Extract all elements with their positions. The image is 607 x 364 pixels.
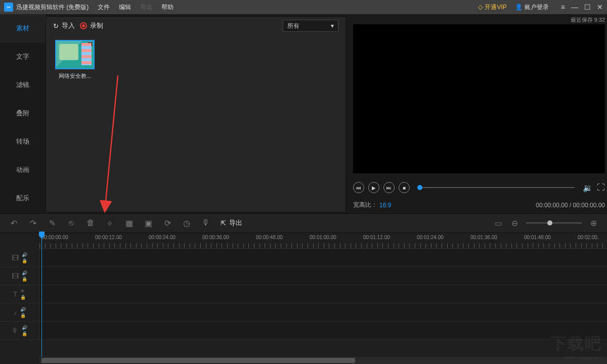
ruler-mark: 00:01:00.00 (310, 235, 336, 240)
toolbar: ↶ ↷ ✎ ⎋ 🗑 ⟐ ▦ ▣ ⟳ ◷ 🎙 ⇱ 导出 ▭ ⊖ ⊕ (0, 213, 607, 233)
sidebar-tab-material[interactable]: 素材 (0, 14, 46, 42)
audio-track[interactable]: ♪🔊🔒 (0, 303, 607, 322)
prev-frame-button[interactable]: ⏮ (353, 182, 364, 193)
annotation-arrow (67, 70, 128, 217)
aspect-value[interactable]: 16:9 (379, 202, 391, 209)
seek-slider[interactable] (418, 187, 575, 188)
freeze-icon[interactable]: ▣ (144, 218, 153, 228)
save-status: 最近保存 9:32 (353, 16, 605, 24)
crop-icon[interactable]: ⟐ (105, 218, 114, 228)
stop-button[interactable]: ■ (399, 182, 410, 193)
sidebar-tab-filter[interactable]: 滤镜 (0, 71, 46, 99)
export-button[interactable]: ⇱ 导出 (221, 218, 242, 228)
chevron-down-icon: ▾ (331, 22, 334, 29)
menu-help[interactable]: 帮助 (161, 3, 174, 12)
ruler-mark: 00:01:12.00 (363, 235, 390, 240)
vip-button[interactable]: ◇ 开通VIP (478, 3, 506, 12)
aspect-label: 宽高比： (353, 201, 377, 209)
close-button[interactable]: ✕ (597, 3, 603, 11)
fullscreen-icon[interactable]: ⛶ (597, 183, 605, 192)
text-icon: T (13, 290, 18, 298)
mosaic-icon[interactable]: ▦ (124, 218, 134, 228)
undo-button[interactable]: ↶ (9, 218, 18, 228)
login-button[interactable]: 👤 账户登录 (515, 3, 549, 12)
media-panel: ↻ 导入 录制 所有 ▾ 网络安全教... (46, 16, 346, 212)
app-title: 迅捷视频剪辑软件 (免费版) (16, 3, 89, 12)
speed-icon[interactable]: ⟳ (163, 218, 172, 228)
duration-icon[interactable]: ◷ (182, 218, 191, 228)
ruler-mark: 00:00:24.00 (149, 235, 176, 240)
split-icon[interactable]: ⎋ (67, 218, 76, 228)
ruler-mark: 00:00:12.00 (95, 235, 122, 240)
redo-button[interactable]: ↷ (28, 218, 37, 228)
time-display: 00:00:00.00 / 00:00:00.00 (536, 202, 605, 209)
playhead-line (41, 234, 42, 357)
clip-name: 网络安全教... (55, 72, 95, 80)
menu-export: 导出 (140, 3, 152, 12)
ruler-mark: 00:01:36.00 (470, 235, 497, 240)
edit-icon[interactable]: ✎ (48, 218, 57, 228)
hamburger-icon[interactable]: ≡ (561, 3, 565, 11)
timeline: 00:00:00.0000:00:12.0000:00:24.0000:00:3… (0, 233, 607, 364)
minimize-button[interactable]: — (571, 3, 578, 11)
sidebar-tab-music[interactable]: 配乐 (0, 184, 46, 212)
voice-track[interactable]: 🎙🔊🔒 (0, 322, 607, 340)
horizontal-scrollbar[interactable] (39, 357, 607, 364)
titlebar: ✂ 迅捷视频剪辑软件 (免费版) 文件 编辑 导出 帮助 ◇ 开通VIP 👤 账… (0, 0, 607, 14)
fit-icon[interactable]: ▭ (494, 218, 503, 228)
record-button[interactable]: 录制 (80, 21, 103, 30)
app-icon: ✂ (4, 3, 13, 12)
record-icon (80, 22, 87, 29)
video-track-1[interactable]: 🎞🔊🔒 (0, 249, 607, 267)
zoom-out-button[interactable]: ⊖ (510, 218, 519, 228)
filter-dropdown[interactable]: 所有 ▾ (283, 20, 338, 32)
import-icon: ↻ (53, 22, 59, 30)
import-button[interactable]: ↻ 导入 (53, 21, 75, 30)
ruler-mark: 00:02:00. (578, 235, 599, 240)
preview-viewport[interactable] (353, 24, 605, 173)
ruler-mark: 00:00:00.00 (41, 235, 68, 240)
voiceover-icon[interactable]: 🎙 (201, 218, 210, 228)
volume-icon[interactable]: 🔉 (583, 183, 593, 193)
mic-icon: 🎙 (12, 327, 19, 335)
ruler-mark: 00:00:48.00 (256, 235, 283, 240)
svg-line-0 (105, 75, 118, 207)
text-track[interactable]: T👁🔒 (0, 285, 607, 303)
sidebar-tab-animation[interactable]: 动画 (0, 156, 46, 184)
next-frame-button[interactable]: ⏭ (383, 182, 395, 193)
diamond-icon: ◇ (478, 4, 483, 11)
menu-edit[interactable]: 编辑 (119, 3, 131, 12)
film-icon: 🎞 (12, 254, 19, 262)
sidebar: 素材 文字 滤镜 叠附 转场 动画 配乐 (0, 14, 46, 213)
sidebar-tab-overlay[interactable]: 叠附 (0, 99, 46, 127)
zoom-slider[interactable] (526, 222, 582, 223)
video-track-2[interactable]: 🎞🔊🔒 (0, 267, 607, 285)
delete-icon[interactable]: 🗑 (86, 218, 95, 228)
ruler-mark: 00:01:48.00 (524, 235, 551, 240)
menubar: 文件 编辑 导出 帮助 (98, 3, 174, 12)
sidebar-tab-text[interactable]: 文字 (0, 42, 46, 71)
menu-file[interactable]: 文件 (98, 3, 110, 12)
play-button[interactable]: ▶ (368, 182, 379, 193)
timeline-ruler[interactable]: 00:00:00.0000:00:12.0000:00:24.0000:00:3… (39, 233, 607, 249)
export-icon: ⇱ (221, 219, 226, 227)
clip-thumbnail (55, 40, 95, 69)
preview-panel: 最近保存 9:32 ⏮ ▶ ⏭ ■ 🔉 ⛶ 宽高比： 16:9 00:00:00… (349, 14, 607, 213)
music-icon: ♪ (14, 308, 17, 316)
media-clip[interactable]: 网络安全教... (55, 40, 95, 80)
sidebar-tab-transition[interactable]: 转场 (0, 127, 46, 156)
ruler-mark: 00:01:24.00 (417, 235, 444, 240)
ruler-mark: 00:00:36.00 (202, 235, 229, 240)
film-icon: 🎞 (12, 272, 19, 280)
user-icon: 👤 (515, 4, 523, 11)
zoom-in-button[interactable]: ⊕ (589, 218, 598, 228)
maximize-button[interactable]: ☐ (584, 3, 591, 11)
